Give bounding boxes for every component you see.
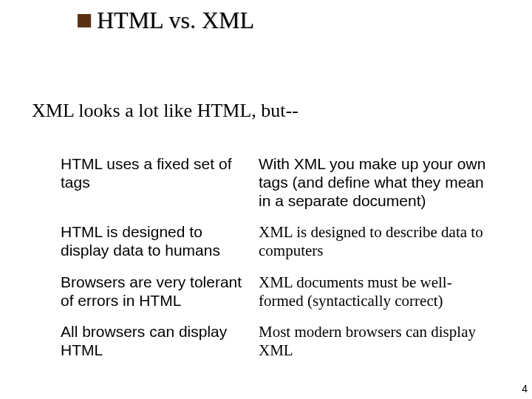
cell-html: HTML uses a fixed set of tags — [61, 155, 259, 210]
page-number: 4 — [522, 383, 528, 395]
slide: { "title": "HTML vs. XML", "subhead": "X… — [0, 0, 532, 399]
cell-xml: XML is designed to describe data to comp… — [259, 223, 489, 260]
cell-xml: With XML you make up your own tags (and … — [259, 155, 489, 210]
slide-subhead: XML looks a lot like HTML, but-- — [32, 100, 299, 122]
cell-html: Browsers are very tolerant of errors in … — [61, 273, 259, 310]
table-row: Browsers are very tolerant of errors in … — [61, 273, 489, 310]
cell-xml: Most modern browsers can display XML — [259, 323, 489, 360]
cell-html: All browsers can display HTML — [61, 323, 259, 360]
cell-xml: XML documents must be well-formed (synta… — [259, 273, 489, 310]
table-row: All browsers can display HTML Most moder… — [61, 323, 489, 360]
cell-html: HTML is designed to display data to huma… — [61, 223, 259, 260]
slide-title: HTML vs. XML — [97, 7, 254, 33]
table-row: HTML is designed to display data to huma… — [61, 223, 489, 260]
title-bullet-icon — [78, 14, 91, 27]
table-row: HTML uses a fixed set of tags With XML y… — [61, 155, 489, 210]
slide-title-row: HTML vs. XML — [78, 7, 254, 33]
comparison-table: HTML uses a fixed set of tags With XML y… — [61, 142, 489, 373]
